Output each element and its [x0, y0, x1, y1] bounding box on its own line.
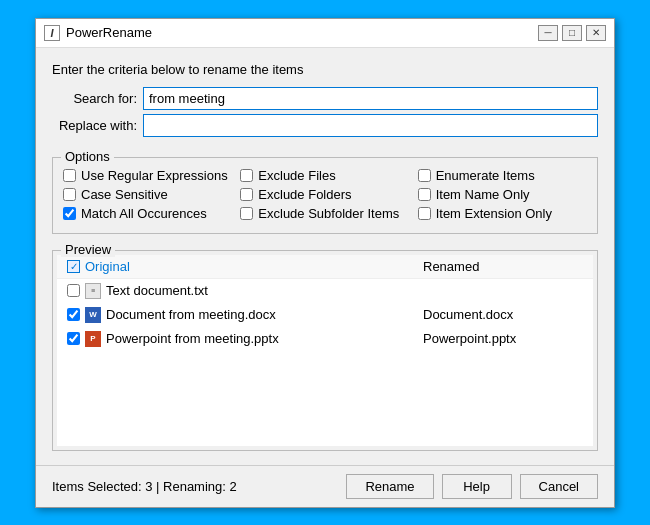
table-row: W Document from meeting.docx Document.do…	[57, 303, 593, 327]
preview-section: Preview ✓ Original Renamed ≡ Text docume…	[52, 250, 598, 451]
preview-content: ✓ Original Renamed ≡ Text document.txt	[57, 255, 593, 446]
table-row: ≡ Text document.txt	[57, 279, 593, 303]
txt-icon: ≡	[85, 283, 101, 299]
item-name-only-checkbox[interactable]	[418, 188, 431, 201]
case-sensitive-checkbox[interactable]	[63, 188, 76, 201]
search-row: Search for:	[52, 87, 598, 110]
enumerate-items-label: Enumerate Items	[436, 168, 535, 183]
options-grid: Use Regular Expressions Exclude Files En…	[63, 166, 587, 223]
option-exclude-folders: Exclude Folders	[240, 187, 409, 202]
main-content: Enter the criteria below to rename the i…	[36, 48, 614, 465]
preview-select-all-icon: ✓	[67, 260, 80, 273]
exclude-folders-checkbox[interactable]	[240, 188, 253, 201]
help-button[interactable]: Help	[442, 474, 512, 499]
title-bar: I PowerRename ─ □ ✕	[36, 19, 614, 48]
instruction-text: Enter the criteria below to rename the i…	[52, 62, 598, 77]
exclude-folders-label: Exclude Folders	[258, 187, 351, 202]
footer-buttons: Rename Help Cancel	[346, 474, 598, 499]
original-name-2: Document from meeting.docx	[106, 307, 276, 322]
option-exclude-subfolders: Exclude Subfolder Items	[240, 206, 409, 221]
original-filename-3: P Powerpoint from meeting.pptx	[67, 331, 423, 347]
window-title: PowerRename	[66, 25, 538, 40]
preview-label: Preview	[61, 242, 115, 257]
options-label: Options	[61, 149, 114, 164]
preview-original-header: ✓ Original	[67, 259, 423, 274]
minimize-button[interactable]: ─	[538, 25, 558, 41]
renamed-name-3: Powerpoint.pptx	[423, 331, 583, 346]
options-section: Options Use Regular Expressions Exclude …	[52, 157, 598, 234]
option-match-all: Match All Occurences	[63, 206, 232, 221]
item-name-only-label: Item Name Only	[436, 187, 530, 202]
search-label: Search for:	[52, 91, 137, 106]
use-regex-checkbox[interactable]	[63, 169, 76, 182]
item-ext-only-checkbox[interactable]	[418, 207, 431, 220]
option-case-sensitive: Case Sensitive	[63, 187, 232, 202]
table-row: P Powerpoint from meeting.pptx Powerpoin…	[57, 327, 593, 351]
exclude-subfolders-checkbox[interactable]	[240, 207, 253, 220]
replace-row: Replace with:	[52, 114, 598, 137]
footer: Items Selected: 3 | Renaming: 2 Rename H…	[36, 465, 614, 507]
original-filename-2: W Document from meeting.docx	[67, 307, 423, 323]
docx-icon: W	[85, 307, 101, 323]
replace-input[interactable]	[143, 114, 598, 137]
close-button[interactable]: ✕	[586, 25, 606, 41]
preview-renamed-header: Renamed	[423, 259, 583, 274]
original-filename-1: ≡ Text document.txt	[67, 283, 423, 299]
preview-header-row: ✓ Original Renamed	[57, 255, 593, 279]
maximize-button[interactable]: □	[562, 25, 582, 41]
option-exclude-files: Exclude Files	[240, 168, 409, 183]
app-icon: I	[44, 25, 60, 41]
option-item-ext-only: Item Extension Only	[418, 206, 587, 221]
row-3-checkbox[interactable]	[67, 332, 80, 345]
window-controls: ─ □ ✕	[538, 25, 606, 41]
original-name-3: Powerpoint from meeting.pptx	[106, 331, 279, 346]
case-sensitive-label: Case Sensitive	[81, 187, 168, 202]
replace-label: Replace with:	[52, 118, 137, 133]
match-all-label: Match All Occurences	[81, 206, 207, 221]
form-fields: Search for: Replace with:	[52, 87, 598, 141]
enumerate-items-checkbox[interactable]	[418, 169, 431, 182]
option-item-name-only: Item Name Only	[418, 187, 587, 202]
use-regex-label: Use Regular Expressions	[81, 168, 228, 183]
pptx-icon: P	[85, 331, 101, 347]
renamed-name-2: Document.docx	[423, 307, 583, 322]
rename-button[interactable]: Rename	[346, 474, 433, 499]
search-input[interactable]	[143, 87, 598, 110]
main-window: I PowerRename ─ □ ✕ Enter the criteria b…	[35, 18, 615, 508]
match-all-checkbox[interactable]	[63, 207, 76, 220]
row-2-checkbox[interactable]	[67, 308, 80, 321]
exclude-subfolders-label: Exclude Subfolder Items	[258, 206, 399, 221]
status-text: Items Selected: 3 | Renaming: 2	[52, 479, 346, 494]
exclude-files-label: Exclude Files	[258, 168, 335, 183]
item-ext-only-label: Item Extension Only	[436, 206, 552, 221]
exclude-files-checkbox[interactable]	[240, 169, 253, 182]
option-use-regex: Use Regular Expressions	[63, 168, 232, 183]
original-name-1: Text document.txt	[106, 283, 208, 298]
option-enumerate-items: Enumerate Items	[418, 168, 587, 183]
cancel-button[interactable]: Cancel	[520, 474, 598, 499]
row-1-checkbox[interactable]	[67, 284, 80, 297]
